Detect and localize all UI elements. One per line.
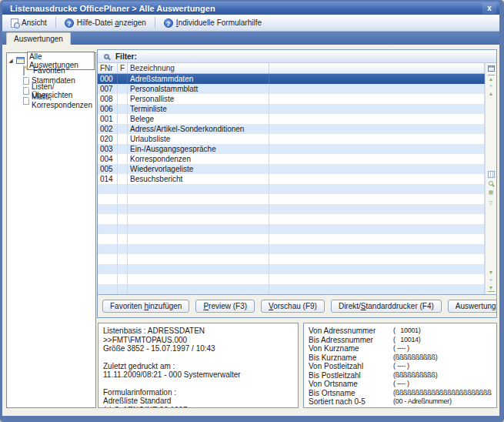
action-buttons: Favoriten hinzufügen Preview (F3) Vorsch…: [98, 294, 496, 317]
table-row[interactable]: 005Wiedervorlageliste: [98, 164, 485, 174]
info-line: Formularinformation :: [103, 388, 293, 397]
add-icon[interactable]: +: [486, 82, 496, 90]
table-row[interactable]: 020Urlaubsliste: [98, 134, 485, 144]
ansicht-button[interactable]: Ansicht: [7, 17, 51, 29]
tree-item-mails[interactable]: Mails, Korrespondenzen: [8, 95, 95, 106]
info-line: Zuletzt gedruckt am :: [103, 362, 293, 371]
goto-first-icon[interactable]: ▲: [488, 75, 495, 82]
title-bar: Listenausdrucke OfficePlaner > Alle Ausw…: [2, 2, 499, 15]
table-row[interactable]: 004Korrespondenzen: [98, 154, 485, 164]
window-title: Listenausdrucke OfficePlaner > Alle Ausw…: [10, 4, 482, 13]
table-row[interactable]: 008Personalliste: [98, 94, 485, 104]
table-row-empty: [98, 274, 485, 284]
document-icon: [23, 77, 29, 85]
print-evaluation-button[interactable]: Auswertung drucken: [448, 300, 497, 313]
range-info-panel: Von Adressnummer( 10001) Bis Adressnumme…: [303, 323, 497, 408]
table-row-empty: [98, 224, 485, 234]
column-header-fnr[interactable]: FNr: [98, 63, 118, 73]
table-row-empty: [98, 244, 485, 254]
grid-area: FNr F Bezeichnung 000Adreßstammdaten 007…: [98, 63, 496, 294]
add-favorite-button[interactable]: Favoriten hinzufügen: [102, 300, 189, 313]
range-row: Von Postleitzahl( ---- ): [309, 362, 492, 371]
range-row: Sortiert nach 0-5(00 - Adreßnummer): [309, 397, 492, 407]
list-info-panel: Listenbasis : ADRESSDATEN >>FMT\FMTOPAUS…: [98, 323, 299, 408]
table-row[interactable]: 000Adreßstammdaten: [98, 74, 485, 84]
toolbar-separator: [155, 17, 155, 28]
search-icon[interactable]: [489, 181, 493, 186]
table-row-empty: [98, 254, 485, 264]
document-icon: [23, 87, 29, 95]
help-file-button[interactable]: ? Hilfe-Datei anzeigen: [61, 17, 150, 29]
filter-bar[interactable]: Filter:: [98, 50, 496, 63]
preview-page-icon: [11, 18, 18, 28]
favorites-icon: ✎: [23, 66, 31, 75]
grid-header: FNr F Bezeichnung: [98, 63, 485, 74]
table-row[interactable]: 006Terminliste: [98, 104, 485, 114]
table-row-empty: [98, 284, 485, 294]
range-row: Von Adressnummer( 10001): [309, 327, 492, 336]
filter-label: Filter:: [115, 52, 137, 61]
column-header-f[interactable]: F: [118, 63, 128, 73]
info-line: Größe 3852 - 15.07.1997 / 10:43: [103, 344, 293, 353]
tree-panel: ◢ Alle Auswertungen ✎ Favoriten Stammdat…: [6, 52, 96, 408]
info-line: >>FMT\FMTOPAUS.000: [103, 336, 293, 345]
column-settings-icon[interactable]: [488, 65, 495, 72]
form-help-button[interactable]: ? Individuelle Formularhilfe: [160, 17, 265, 29]
folder-icon: [16, 57, 25, 64]
scroll-up-icon[interactable]: ▲: [486, 90, 496, 98]
tree-item-label: Mails, Korrespondenzen: [32, 92, 95, 109]
column-header-bezeichnung[interactable]: Bezeichnung: [128, 63, 269, 73]
form-help-label: Individuelle Formularhilfe: [176, 18, 262, 27]
range-row: Bis Adressnummer( 10014): [309, 336, 492, 345]
content-area: ◢ Alle Auswertungen ✎ Favoriten Stammdat…: [2, 45, 499, 416]
goto-last-icon[interactable]: ▼: [488, 284, 495, 292]
evaluations-panel: Filter: FNr F Bezeichnung 000Adreßstammd…: [97, 49, 497, 318]
add-icon[interactable]: +: [488, 276, 495, 284]
column-header-empty: [269, 63, 485, 73]
info-line: (c) SoftENGINE 06.1997: [103, 406, 293, 409]
grid-body: 000Adreßstammdaten 007Personalstammblatt…: [98, 74, 485, 294]
table-row-empty: [98, 204, 485, 214]
info-line: Listenbasis : ADRESSDATEN: [103, 327, 293, 336]
table-row[interactable]: 002Adress/Artikel-Sonderkonditionen: [98, 124, 485, 134]
search-icon: [104, 54, 109, 59]
info-line: 11.11.2009/08:21 - 000 Systemverwalter: [103, 370, 293, 380]
tree-root-item[interactable]: ◢ Alle Auswertungen: [8, 55, 95, 65]
table-row[interactable]: 007Personalstammblatt: [98, 84, 485, 94]
help-icon: ?: [65, 18, 74, 28]
table-row-empty: [98, 234, 485, 244]
table-row-empty: [98, 214, 485, 224]
close-button[interactable]: x: [482, 3, 496, 14]
range-row: Bis Kurzname(ßßßßßßßßßß): [309, 353, 492, 363]
toolbar: Ansicht ? Hilfe-Datei anzeigen ? Individ…: [2, 15, 499, 32]
tab-strip: Auswertungen: [2, 32, 499, 45]
preview-f3-button[interactable]: Preview (F3): [195, 300, 255, 313]
range-row: Von Ortsname( ---- ): [309, 380, 492, 389]
app-window: Listenausdrucke OfficePlaner > Alle Ausw…: [0, 0, 504, 422]
filter-icon[interactable]: ▽: [488, 199, 495, 207]
ansicht-label: Ansicht: [22, 18, 47, 27]
range-row: Bis Postleitzahl(ßßßßßßßßßß): [309, 371, 492, 380]
table-row[interactable]: 001Belege: [98, 114, 485, 124]
direct-print-f4-button[interactable]: Direkt/Standarddrucker (F4): [331, 300, 442, 313]
help-icon: ?: [164, 18, 173, 28]
table-row-empty: [98, 264, 485, 274]
document-icon: [23, 97, 29, 105]
columns-icon[interactable]: [488, 171, 495, 178]
scroll-down-icon[interactable]: ▼: [488, 269, 495, 276]
tab-auswertungen[interactable]: Auswertungen: [6, 32, 71, 45]
range-row: Bis Ortsname(ßßßßßßßßßßßßßßßßßßßßßßßßßßß…: [309, 389, 492, 398]
range-row: Von Kurzname( ---- ): [309, 344, 492, 353]
table-row[interactable]: 003Ein-/Ausgangsgespräche: [98, 144, 485, 154]
table-row[interactable]: 014Besuchsbericht: [98, 174, 485, 184]
help-file-label: Hilfe-Datei anzeigen: [77, 18, 146, 27]
table-row-empty: [98, 194, 485, 204]
report-icon[interactable]: ▦: [488, 189, 495, 196]
tree-item-label: Favoriten: [33, 66, 65, 75]
info-line: Adreßliste Standard: [103, 397, 293, 406]
grid-side-toolbar: ▲ + ▲ ▦ ▽ ▼ + ▼: [485, 63, 496, 294]
toolbar-separator: [55, 17, 56, 28]
table-row-empty: [98, 184, 485, 194]
vorschau-f9-button[interactable]: Vorschau (F9): [261, 300, 325, 313]
tree-expander-icon[interactable]: ◢: [8, 58, 14, 64]
